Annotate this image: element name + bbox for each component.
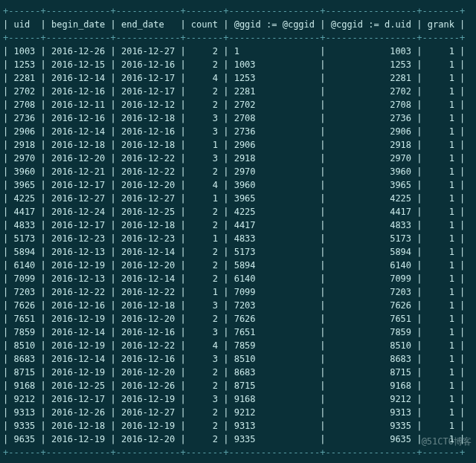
table-row: | 2281 | 2016-12-14 | 2016-12-17 | 4 | 1… [3,71,473,85]
table-row: | 3965 | 2016-12-17 | 2016-12-20 | 4 | 3… [3,178,473,192]
table-row: | 2970 | 2016-12-20 | 2016-12-22 | 3 | 2… [3,152,473,165]
table-border: +------+------------+------------+------… [3,4,473,18]
table-header: | uid | begin_date | end_date | count | … [3,18,473,31]
table-row: | 7859 | 2016-12-14 | 2016-12-16 | 3 | 7… [3,326,473,339]
mysql-result-table: +------+------------+------------+------… [3,4,473,459]
table-row: | 5894 | 2016-12-13 | 2016-12-14 | 2 | 5… [3,245,473,259]
table-row: | 2918 | 2016-12-18 | 2016-12-18 | 1 | 2… [3,138,473,152]
table-row: | 8510 | 2016-12-19 | 2016-12-22 | 4 | 7… [3,339,473,352]
table-row: | 1003 | 2016-12-26 | 2016-12-27 | 2 | 1… [3,45,473,58]
table-row: | 4833 | 2016-12-17 | 2016-12-18 | 2 | 4… [3,218,473,232]
table-row: | 7626 | 2016-12-16 | 2016-12-18 | 3 | 7… [3,299,473,312]
table-row: | 4225 | 2016-12-27 | 2016-12-27 | 1 | 3… [3,192,473,205]
table-row: | 7099 | 2016-12-13 | 2016-12-14 | 2 | 6… [3,272,473,285]
table-row: | 9335 | 2016-12-18 | 2016-12-19 | 2 | 9… [3,419,473,433]
table-row: | 3960 | 2016-12-21 | 2016-12-22 | 2 | 2… [3,165,473,178]
table-row: | 1253 | 2016-12-15 | 2016-12-16 | 2 | 1… [3,58,473,71]
table-row: | 8683 | 2016-12-14 | 2016-12-16 | 3 | 8… [3,352,473,366]
table-row: | 8715 | 2016-12-19 | 2016-12-20 | 2 | 8… [3,366,473,379]
table-row: | 4417 | 2016-12-24 | 2016-12-25 | 2 | 4… [3,205,473,218]
table-row: | 9212 | 2016-12-17 | 2016-12-19 | 3 | 9… [3,392,473,406]
table-row: | 9313 | 2016-12-26 | 2016-12-27 | 2 | 9… [3,406,473,419]
table-row: | 2736 | 2016-12-16 | 2016-12-18 | 3 | 2… [3,111,473,125]
table-row: | 2702 | 2016-12-16 | 2016-12-17 | 2 | 2… [3,85,473,98]
table-row: | 9635 | 2016-12-19 | 2016-12-20 | 2 | 9… [3,433,473,446]
table-row: | 7203 | 2016-12-22 | 2016-12-22 | 1 | 7… [3,285,473,299]
table-border: +------+------------+------------+------… [3,446,473,459]
table-row: | 2708 | 2016-12-11 | 2016-12-12 | 2 | 2… [3,98,473,111]
table-border: +------+------------+------------+------… [3,31,473,45]
table-row: | 6140 | 2016-12-19 | 2016-12-20 | 2 | 5… [3,259,473,272]
table-row: | 9168 | 2016-12-25 | 2016-12-26 | 2 | 8… [3,379,473,392]
table-row: | 2906 | 2016-12-14 | 2016-12-16 | 3 | 2… [3,125,473,138]
table-row: | 5173 | 2016-12-23 | 2016-12-23 | 1 | 4… [3,232,473,245]
table-row: | 7651 | 2016-12-19 | 2016-12-20 | 2 | 7… [3,312,473,326]
